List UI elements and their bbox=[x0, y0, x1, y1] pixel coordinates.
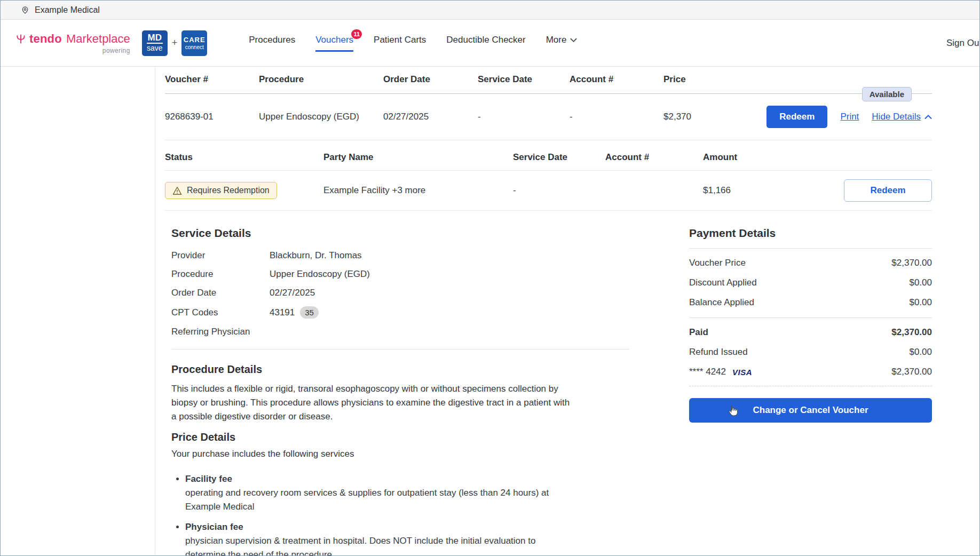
redemption-table-header: Status Party Name Service Date Account #… bbox=[165, 140, 932, 171]
facility-fee-description: operating and recovery room services & s… bbox=[185, 488, 549, 512]
service-date-value: - bbox=[478, 112, 570, 122]
procedure-label: Procedure bbox=[171, 269, 270, 280]
careconnect-logo: CARE connect bbox=[181, 30, 207, 56]
service-details-column: Service Details Provider Blackburn, Dr. … bbox=[165, 227, 629, 556]
service-details-title: Service Details bbox=[171, 227, 629, 240]
payment-row: Voucher Price $2,370.00 bbox=[689, 258, 932, 268]
nav-item-more[interactable]: More bbox=[546, 35, 578, 52]
col-status: Status bbox=[165, 152, 323, 163]
service-detail-row: Order Date 02/27/2025 bbox=[171, 288, 629, 298]
facility-fee-name: Facility fee bbox=[185, 474, 232, 484]
procedure-details-title: Procedure Details bbox=[171, 363, 629, 376]
powering-label: powering bbox=[102, 47, 130, 54]
payment-details-title: Payment Details bbox=[689, 227, 932, 240]
chevron-down-icon bbox=[570, 38, 577, 42]
nav-label: Patient Carts bbox=[374, 35, 426, 45]
procedure-detail-value: Upper Endoscopy (EGD) bbox=[270, 269, 370, 280]
col-voucher-number: Voucher # bbox=[165, 74, 259, 85]
divider bbox=[689, 317, 932, 318]
nav-item-vouchers[interactable]: Vouchers 11 bbox=[315, 35, 353, 52]
price-details-title: Price Details bbox=[171, 431, 629, 443]
voucher-price-label: Voucher Price bbox=[689, 258, 746, 268]
col-price: Price bbox=[663, 74, 741, 85]
visa-logo: VISA bbox=[732, 368, 752, 377]
mdsave-logo-subtext: save bbox=[147, 44, 163, 53]
nav-item-patient-carts[interactable]: Patient Carts bbox=[374, 35, 426, 52]
tendo-brand-text: tendo bbox=[29, 32, 62, 46]
redeem-button[interactable]: Redeem bbox=[766, 106, 827, 128]
careconnect-logo-text: CARE bbox=[184, 36, 206, 44]
voucher-table-header: Voucher # Procedure Order Date Service D… bbox=[165, 67, 932, 94]
balance-applied-value: $0.00 bbox=[909, 297, 932, 308]
card-row: **** 4242 VISA $2,370.00 bbox=[689, 367, 932, 377]
order-date-value: 02/27/2025 bbox=[383, 112, 478, 122]
mouse-cursor-icon bbox=[728, 404, 738, 419]
balance-applied-label: Balance Applied bbox=[689, 297, 754, 308]
sub-redeem-button[interactable]: Redeem bbox=[844, 179, 932, 202]
paid-value: $2,370.00 bbox=[891, 327, 932, 338]
service-detail-row: Procedure Upper Endoscopy (EGD) bbox=[171, 269, 629, 280]
print-link[interactable]: Print bbox=[840, 112, 859, 122]
paid-row: Paid $2,370.00 bbox=[689, 327, 932, 338]
details-section: Service Details Provider Blackburn, Dr. … bbox=[165, 211, 932, 556]
divider bbox=[689, 248, 932, 249]
nav-item-deductible-checker[interactable]: Deductible Checker bbox=[446, 35, 525, 52]
main-area: Voucher # Procedure Order Date Service D… bbox=[155, 67, 979, 554]
col-order-date: Order Date bbox=[383, 74, 478, 85]
hide-details-link[interactable]: Hide Details bbox=[872, 112, 932, 122]
voucher-table-row: 9268639-01 Upper Endoscopy (EGD) 02/27/2… bbox=[165, 94, 932, 140]
app-header: tendo Marketplace powering MD save + CAR… bbox=[1, 20, 979, 67]
payment-row: Balance Applied $0.00 bbox=[689, 297, 932, 308]
careconnect-logo-subtext: connect bbox=[185, 44, 204, 51]
brand-logos: tendo Marketplace powering MD save + CAR… bbox=[15, 30, 207, 56]
chevron-up-icon bbox=[924, 115, 932, 120]
service-detail-row: CPT Codes 43191 35 bbox=[171, 306, 629, 319]
nav-label: Deductible Checker bbox=[446, 35, 525, 45]
vouchers-count-badge: 11 bbox=[351, 29, 362, 39]
procedure-value: Upper Endoscopy (EGD) bbox=[259, 111, 383, 123]
col-sub-service-date: Service Date bbox=[513, 152, 605, 163]
discount-applied-value: $0.00 bbox=[909, 277, 932, 288]
voucher-panel: Voucher # Procedure Order Date Service D… bbox=[165, 67, 932, 556]
voucher-price-value: $2,370.00 bbox=[891, 258, 932, 268]
change-or-cancel-voucher-button[interactable]: Change or Cancel Voucher bbox=[689, 398, 932, 423]
sign-out-link[interactable]: Sign Out bbox=[946, 38, 979, 49]
col-party-name: Party Name bbox=[323, 152, 513, 163]
price-details-subtitle: Your purchase includes the following ser… bbox=[171, 449, 629, 459]
paid-label: Paid bbox=[689, 327, 708, 338]
nav-label: More bbox=[546, 35, 567, 45]
tendo-trident-icon bbox=[15, 34, 26, 44]
order-date-label: Order Date bbox=[171, 288, 270, 298]
nav-label: Procedures bbox=[249, 35, 295, 45]
tendo-marketplace-logo[interactable]: tendo Marketplace powering bbox=[15, 32, 130, 54]
nav-label: Vouchers bbox=[315, 35, 353, 45]
account-number-value: - bbox=[570, 112, 663, 122]
refund-row: Refund Issued $0.00 bbox=[689, 347, 932, 358]
redemption-table-row: Requires Redemption Example Facility +3 … bbox=[165, 171, 932, 211]
physician-fee-description: physician supervision & treatment in hos… bbox=[185, 536, 535, 556]
party-name-value: Example Facility +3 more bbox=[323, 185, 513, 196]
col-account-number: Account # bbox=[570, 74, 663, 85]
card-charge-value: $2,370.00 bbox=[891, 367, 932, 377]
hide-details-label: Hide Details bbox=[872, 112, 921, 122]
nav-item-procedures[interactable]: Procedures bbox=[249, 35, 295, 52]
logo-plus-sign: + bbox=[172, 37, 178, 49]
col-procedure: Procedure bbox=[259, 74, 383, 85]
refund-issued-label: Refund Issued bbox=[689, 347, 748, 358]
price-value: $2,370 bbox=[663, 112, 741, 122]
cpt-modifier-chip: 35 bbox=[300, 306, 319, 319]
referring-physician-label: Referring Physician bbox=[171, 327, 270, 337]
fee-item-facility: Facility fee operating and recovery room… bbox=[185, 472, 575, 514]
refund-issued-value: $0.00 bbox=[909, 347, 932, 358]
status-badge-available: Available bbox=[862, 87, 912, 101]
col-service-date: Service Date bbox=[478, 74, 570, 85]
left-sidebar bbox=[1, 67, 155, 554]
card-number-masked: **** 4242 bbox=[689, 367, 726, 377]
voucher-number-value: 9268639-01 bbox=[165, 112, 259, 122]
location-pin-icon bbox=[21, 5, 29, 15]
col-sub-account-number: Account # bbox=[605, 152, 703, 163]
warning-icon bbox=[172, 186, 182, 195]
fee-list: Facility fee operating and recovery room… bbox=[185, 472, 629, 556]
cpt-code-value: 43191 bbox=[270, 307, 295, 318]
cpt-codes-label: CPT Codes bbox=[171, 307, 270, 318]
